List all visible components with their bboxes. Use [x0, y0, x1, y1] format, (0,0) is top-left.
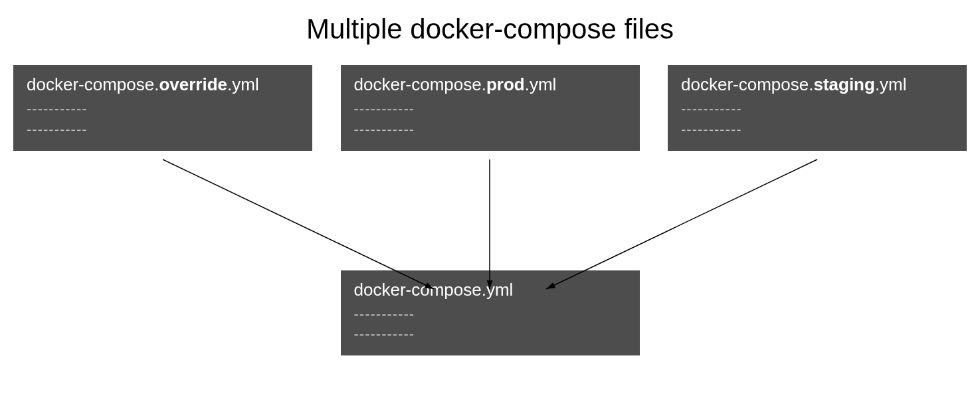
- file-box-base: docker-compose.yml ----------- ---------…: [341, 270, 640, 356]
- diagram-title: Multiple docker-compose files: [0, 0, 980, 65]
- file-prefix: docker-compose.: [354, 74, 486, 94]
- file-name-staging: docker-compose.staging.yml: [681, 74, 953, 95]
- file-bold: prod: [486, 74, 525, 94]
- file-content-placeholder: -----------: [27, 99, 299, 120]
- file-bold: staging: [813, 74, 874, 94]
- file-name-base: docker-compose.yml: [354, 280, 627, 300]
- file-box-staging: docker-compose.staging.yml ----------- -…: [668, 65, 967, 151]
- top-file-row: docker-compose.override.yml ----------- …: [0, 65, 980, 151]
- file-content-placeholder: -----------: [27, 120, 299, 140]
- file-content-placeholder: -----------: [681, 120, 953, 140]
- file-content-placeholder: -----------: [681, 99, 953, 120]
- file-box-prod: docker-compose.prod.yml ----------- ----…: [341, 65, 640, 151]
- file-content-placeholder: -----------: [354, 99, 627, 120]
- file-name-prod: docker-compose.prod.yml: [354, 74, 627, 95]
- file-content-placeholder: -----------: [354, 324, 627, 345]
- file-prefix: docker-compose.: [27, 74, 159, 94]
- file-bold: override: [159, 74, 227, 94]
- file-name-override: docker-compose.override.yml: [27, 74, 299, 95]
- file-content-placeholder: -----------: [354, 304, 627, 325]
- file-suffix: .yml: [525, 74, 557, 94]
- file-suffix: .yml: [875, 74, 907, 94]
- file-suffix: .yml: [227, 74, 259, 94]
- bottom-file-row: docker-compose.yml ----------- ---------…: [0, 270, 980, 356]
- file-content-placeholder: -----------: [354, 120, 627, 140]
- file-box-override: docker-compose.override.yml ----------- …: [13, 65, 312, 151]
- file-prefix: docker-compose.: [681, 74, 813, 94]
